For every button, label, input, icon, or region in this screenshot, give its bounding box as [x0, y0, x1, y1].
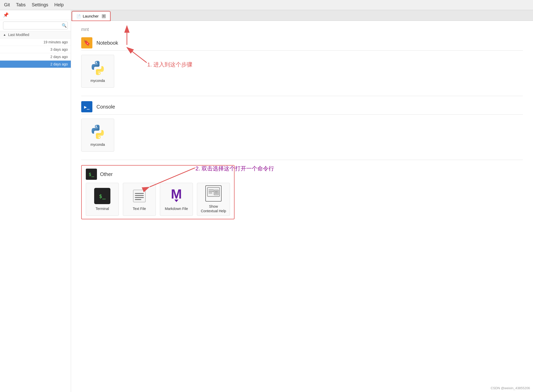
- console-prompt-icon: ▶_: [84, 104, 90, 110]
- other-section-title: $_ Other: [86, 169, 230, 180]
- menu-tabs[interactable]: Tabs: [16, 2, 26, 8]
- console-section-icon: ▶_: [81, 101, 92, 112]
- markdown-card[interactable]: M Markdown File: [160, 183, 193, 216]
- other-section: $_ Other $_ Terminal: [81, 165, 235, 219]
- notebook-section-icon: 🔖: [81, 37, 92, 48]
- search-input[interactable]: [3, 22, 68, 29]
- file-row[interactable]: 2 days ago: [0, 53, 71, 61]
- menu-bar: Git Tabs Settings Help: [0, 0, 533, 10]
- pin-icon: 📌: [3, 12, 9, 18]
- tab-file-icon: 📄: [76, 14, 81, 18]
- dollar-sign-icon: $_: [89, 172, 94, 177]
- last-modified-column-header: Last Modified: [8, 33, 29, 37]
- text-file-svg: [132, 189, 146, 203]
- section-divider-1: [81, 96, 523, 96]
- notebook-section-title: 🔖 Notebook: [81, 37, 523, 51]
- tab-close-button[interactable]: ✕: [102, 14, 106, 18]
- sidebar-search-bar[interactable]: 🔍: [0, 20, 71, 31]
- help-svg: [206, 186, 221, 201]
- file-row[interactable]: 19 minutes ago: [0, 39, 71, 46]
- svg-rect-15: [214, 190, 219, 195]
- tab-bar: 📄 Launcher ✕: [71, 10, 533, 21]
- search-icon: 🔍: [62, 23, 67, 28]
- svg-point-2: [96, 126, 97, 127]
- tab-label: Launcher: [83, 14, 99, 18]
- show-contextual-help-card[interactable]: ShowContextual Help: [197, 183, 230, 216]
- notebook-myconda-card[interactable]: myconda: [81, 55, 114, 88]
- launcher-tab[interactable]: 📄 Launcher ✕: [72, 11, 110, 21]
- markdown-card-label: Markdown File: [165, 207, 188, 211]
- textfile-icon: [131, 188, 147, 204]
- menu-git[interactable]: Git: [4, 2, 10, 8]
- file-time: 2 days ago: [51, 62, 68, 66]
- svg-point-3: [99, 137, 100, 138]
- other-section-label: Other: [100, 171, 113, 177]
- sidebar: 📌 🔍 ▲ Last Modified 19 minutes ago 3 day…: [0, 10, 71, 392]
- terminal-card[interactable]: $_ Terminal: [86, 183, 119, 216]
- other-grid: $_ Terminal: [86, 183, 230, 216]
- file-table-header: ▲ Last Modified: [0, 31, 71, 39]
- terminal-icon: $_: [94, 188, 110, 204]
- console-grid: myconda: [81, 119, 523, 152]
- file-list: 19 minutes ago 3 days ago 2 days ago 2 d…: [0, 39, 71, 392]
- sort-arrow-icon[interactable]: ▲: [3, 33, 6, 37]
- main-content: 📄 Launcher ✕ mnt 🔖 Notebook: [71, 10, 533, 392]
- markdown-icon: M: [168, 188, 185, 204]
- terminal-dollar-icon: $_: [99, 193, 106, 199]
- textfile-card-label: Text File: [133, 207, 146, 211]
- launcher-panel: mnt 🔖 Notebook: [71, 21, 533, 392]
- sidebar-toolbar: 📌: [0, 10, 71, 20]
- console-myconda-card[interactable]: myconda: [81, 119, 114, 152]
- svg-point-0: [96, 62, 97, 63]
- python-icon-2: [90, 124, 106, 140]
- watermark: CSDN @weixin_43855206: [491, 386, 530, 390]
- notebook-section-label: Notebook: [96, 40, 118, 46]
- other-section-icon: $_: [86, 169, 97, 180]
- svg-text:M: M: [171, 188, 182, 201]
- section-divider-2: [81, 160, 523, 160]
- python-icon: [90, 60, 106, 76]
- console-section-title: ▶_ Console: [81, 101, 523, 115]
- menu-help[interactable]: Help: [54, 2, 64, 8]
- svg-point-1: [99, 73, 100, 74]
- file-row-selected[interactable]: 2 days ago: [0, 61, 71, 68]
- console-card-label: myconda: [91, 142, 105, 147]
- textfile-card[interactable]: Text File: [123, 183, 156, 216]
- file-time: 3 days ago: [51, 47, 68, 51]
- svg-rect-4: [133, 190, 145, 202]
- notebook-grid: myconda: [81, 55, 523, 88]
- notebook-card-label: myconda: [91, 79, 105, 83]
- file-time: 19 minutes ago: [43, 40, 68, 44]
- terminal-card-label: Terminal: [96, 207, 109, 211]
- app-layout: 📌 🔍 ▲ Last Modified 19 minutes ago 3 day…: [0, 10, 533, 392]
- help-card-label: ShowContextual Help: [201, 204, 226, 213]
- console-section-label: Console: [96, 104, 115, 110]
- file-row[interactable]: 3 days ago: [0, 46, 71, 53]
- launcher-path: mnt: [81, 27, 523, 32]
- menu-settings[interactable]: Settings: [32, 2, 48, 8]
- markdown-svg: M: [168, 188, 185, 204]
- help-icon: [205, 185, 222, 202]
- file-time: 2 days ago: [51, 55, 68, 59]
